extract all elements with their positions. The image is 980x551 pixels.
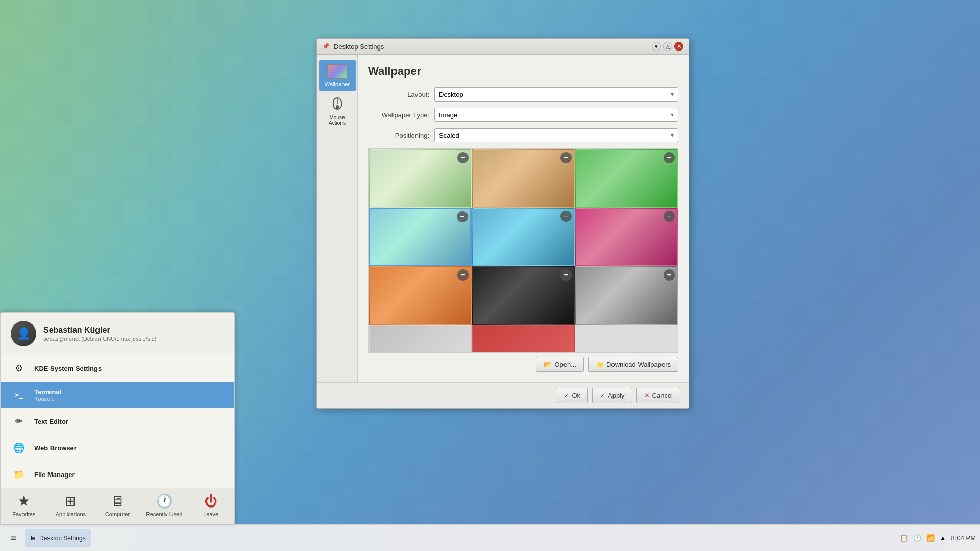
remove-wallpaper-1-button[interactable]: −	[457, 152, 469, 163]
recently-used-label: Recently Used	[146, 511, 183, 517]
window-pin-icon[interactable]: 📌	[322, 43, 330, 50]
ok-button[interactable]: ✓ Ok	[556, 388, 588, 403]
footer-recently-used[interactable]: 🕐 Recently Used	[141, 488, 188, 524]
download-label: Download Wallpapers	[606, 361, 671, 368]
remove-wallpaper-3-button[interactable]: −	[664, 152, 675, 163]
settings-page-title: Wallpaper	[368, 65, 678, 78]
wallpaper-thumb-6[interactable]: −	[575, 208, 678, 266]
user-email: sebas@monet (Debian GNU/Linux jessie/sid…	[43, 336, 156, 342]
remove-wallpaper-7-button[interactable]: −	[457, 269, 469, 281]
remove-wallpaper-6-button[interactable]: −	[664, 211, 675, 222]
positioning-value: Scaled	[439, 132, 459, 139]
taskbar-apps-button[interactable]: ≡	[4, 529, 22, 547]
remove-wallpaper-9-button[interactable]: −	[664, 269, 675, 281]
network-icon[interactable]: 📋	[900, 534, 908, 542]
taskbar-left: ≡ 🖥 Desktop Settings	[4, 529, 91, 547]
ok-icon: ✓	[564, 392, 569, 399]
wallpaper-thumb-9[interactable]: −	[575, 266, 678, 325]
web-browser-icon: 🌐	[11, 440, 27, 456]
remove-wallpaper-2-button[interactable]: −	[560, 152, 572, 163]
download-icon: ⭐	[596, 361, 604, 368]
taskbar-window-label: Desktop Settings	[39, 535, 86, 542]
window-maximize-button[interactable]: △	[663, 42, 672, 51]
wallpaper-type-value: Image	[439, 111, 457, 119]
window-minimize-button[interactable]: ▾	[652, 42, 661, 51]
apps-menu-icon: ≡	[10, 532, 16, 544]
mouse-actions-sidebar-label: Mouse Actions	[321, 115, 354, 126]
layout-value: Desktop	[439, 91, 463, 98]
open-button[interactable]: 📂 Open...	[536, 357, 584, 372]
menu-item-kde-settings[interactable]: ⚙ KDE System Settings	[1, 355, 234, 382]
text-editor-label: Text Editor	[34, 418, 68, 425]
sidebar-item-wallpaper[interactable]: Wallpaper	[319, 60, 356, 91]
positioning-select[interactable]: Scaled	[434, 128, 678, 142]
user-name: Sebastian Kügler	[43, 325, 156, 335]
wallpaper-thumb-2[interactable]: −	[472, 149, 575, 208]
settings-main: Wallpaper Layout: Desktop Wallpaper Type…	[358, 55, 689, 382]
menu-item-file-manager[interactable]: 📁 File Manager	[1, 461, 234, 488]
file-manager-icon: 📁	[11, 466, 27, 483]
open-label: Open...	[554, 361, 576, 368]
wallpaper-thumb-4[interactable]: −	[369, 208, 472, 266]
user-avatar: 👤	[11, 321, 36, 346]
ok-label: Ok	[572, 392, 580, 399]
window-titlebar: 📌 Desktop Settings ▾ △ ✕	[317, 39, 689, 55]
window-body: Wallpaper Mouse Actions Wallpaper	[317, 55, 689, 382]
wallpaper-thumb-1[interactable]: −	[369, 149, 472, 208]
wallpaper-grid: − − − − − −	[368, 148, 678, 353]
window-icon: 🖥	[30, 534, 36, 542]
wifi-icon[interactable]: 📶	[926, 534, 935, 542]
footer-favorites[interactable]: ★ Favorites	[1, 488, 47, 524]
text-editor-icon: ✏	[11, 413, 27, 430]
positioning-row: Positioning: Scaled	[368, 128, 678, 142]
computer-icon: 🖥	[111, 493, 124, 509]
wallpaper-thumb-3[interactable]: −	[575, 149, 678, 208]
cancel-button[interactable]: ✕ Cancel	[636, 388, 680, 403]
download-wallpapers-button[interactable]: ⭐ Download Wallpapers	[588, 357, 678, 372]
taskbar: ≡ 🖥 Desktop Settings 📋 🕐 📶 ▲ 8:04 PM	[0, 524, 980, 551]
layout-select[interactable]: Desktop	[434, 87, 678, 102]
app-menu-header: 👤 Sebastian Kügler sebas@monet (Debian G…	[1, 313, 234, 355]
computer-label: Computer	[105, 511, 130, 517]
applications-icon: ⊞	[65, 493, 76, 509]
favorites-label: Favorites	[12, 511, 35, 517]
desktop: 👤 Sebastian Kügler sebas@monet (Debian G…	[0, 0, 980, 551]
wallpaper-thumb-7[interactable]: −	[369, 266, 472, 325]
remove-wallpaper-4-button[interactable]: −	[457, 211, 468, 222]
wallpaper-thumb-10[interactable]	[369, 325, 472, 353]
wallpaper-thumb-5[interactable]: −	[472, 208, 575, 266]
wallpaper-thumb-11[interactable]	[472, 325, 575, 353]
footer-leave[interactable]: ⏻ Leave	[187, 488, 234, 524]
wallpaper-thumb-8[interactable]: −	[472, 266, 575, 325]
menu-item-web-browser[interactable]: 🌐 Web Browser	[1, 435, 234, 461]
apply-icon: ✓	[600, 392, 605, 399]
cancel-icon: ✕	[644, 392, 650, 399]
user-info: Sebastian Kügler sebas@monet (Debian GNU…	[43, 325, 156, 342]
clock-icon: 🕐	[913, 534, 921, 542]
settings-footer: ✓ Ok ✓ Apply ✕ Cancel	[317, 382, 689, 408]
wallpaper-type-select[interactable]: Image	[434, 108, 678, 122]
layout-label: Layout:	[368, 91, 429, 98]
remove-wallpaper-8-button[interactable]: −	[560, 269, 572, 281]
window-title: Desktop Settings	[334, 43, 648, 51]
apply-button[interactable]: ✓ Apply	[592, 388, 632, 403]
footer-applications[interactable]: ⊞ Applications	[47, 488, 94, 524]
mouse-icon	[327, 97, 348, 113]
leave-icon: ⏻	[204, 493, 217, 509]
terminal-icon: >_	[11, 387, 27, 403]
app-menu: 👤 Sebastian Kügler sebas@monet (Debian G…	[0, 312, 235, 524]
taskbar-window-button[interactable]: 🖥 Desktop Settings	[24, 529, 91, 547]
battery-icon[interactable]: ▲	[940, 534, 946, 542]
sidebar-item-mouse-actions[interactable]: Mouse Actions	[319, 93, 356, 130]
remove-wallpaper-5-button[interactable]: −	[560, 211, 572, 222]
window-close-button[interactable]: ✕	[674, 42, 683, 51]
footer-computer[interactable]: 🖥 Computer	[94, 488, 141, 524]
apply-label: Apply	[608, 392, 625, 399]
wallpaper-sidebar-label: Wallpaper	[325, 81, 350, 87]
wallpaper-action-buttons: 📂 Open... ⭐ Download Wallpapers	[368, 353, 678, 372]
menu-item-terminal[interactable]: >_ Terminal Konsole	[1, 382, 234, 408]
desktop-settings-window: 📌 Desktop Settings ▾ △ ✕ Wallpaper	[316, 38, 689, 409]
layout-row: Layout: Desktop	[368, 87, 678, 102]
wallpaper-type-row: Wallpaper Type: Image	[368, 108, 678, 122]
menu-item-text-editor[interactable]: ✏ Text Editor	[1, 408, 234, 435]
